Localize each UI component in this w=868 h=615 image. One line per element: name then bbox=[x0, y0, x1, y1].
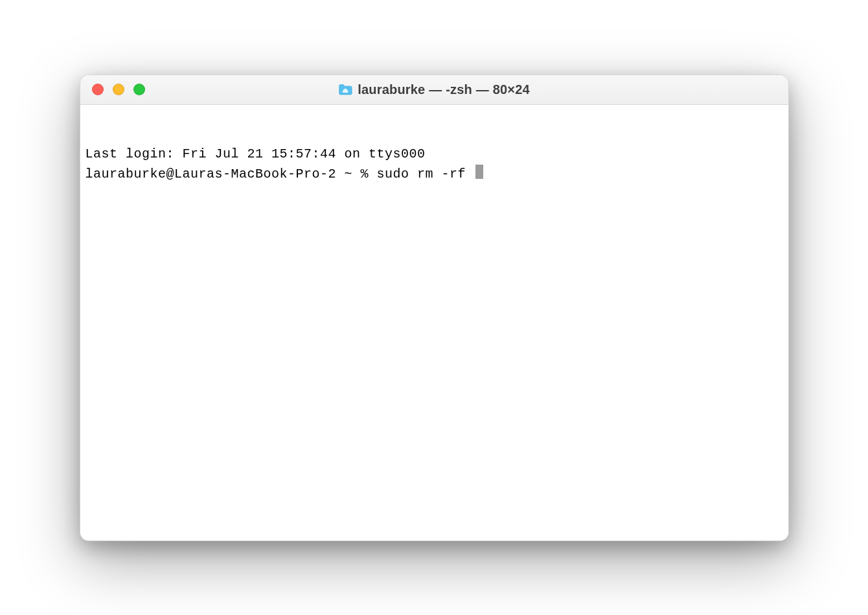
window-title-text: lauraburke — -zsh — 80×24 bbox=[358, 82, 530, 97]
typed-command: sudo rm -rf bbox=[377, 165, 474, 183]
window-titlebar[interactable]: lauraburke — -zsh — 80×24 bbox=[80, 75, 788, 105]
minimize-button[interactable] bbox=[113, 84, 124, 95]
cursor bbox=[475, 165, 483, 179]
window-title: lauraburke — -zsh — 80×24 bbox=[338, 82, 530, 97]
prompt-line[interactable]: lauraburke@Lauras-MacBook-Pro-2 ~ % sudo… bbox=[86, 163, 783, 183]
terminal-window: lauraburke — -zsh — 80×24 Last login: Fr… bbox=[80, 75, 789, 541]
shell-prompt: lauraburke@Lauras-MacBook-Pro-2 ~ % bbox=[86, 165, 377, 183]
maximize-button[interactable] bbox=[133, 84, 145, 95]
close-button[interactable] bbox=[92, 84, 104, 95]
last-login-line: Last login: Fri Jul 21 15:57:44 on ttys0… bbox=[86, 145, 783, 163]
traffic-lights bbox=[80, 84, 145, 95]
home-folder-icon bbox=[338, 84, 352, 95]
terminal-body[interactable]: Last login: Fri Jul 21 15:57:44 on ttys0… bbox=[80, 105, 788, 540]
